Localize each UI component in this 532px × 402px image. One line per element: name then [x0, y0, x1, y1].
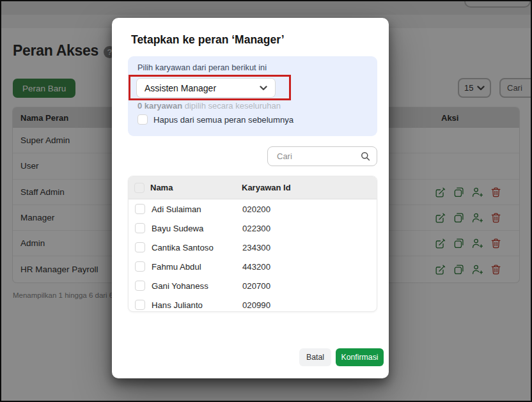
- select-all-checkbox[interactable]: [134, 183, 145, 193]
- employee-checkbox[interactable]: [135, 300, 145, 310]
- employee-row[interactable]: Adi Sulaiman020200: [129, 199, 377, 219]
- employee-id: 020200: [242, 205, 270, 214]
- employee-list: Nama Karyawan Id Adi Sulaiman020200Bayu …: [128, 176, 377, 312]
- employee-checkbox[interactable]: [135, 223, 145, 233]
- employee-name: Gani Yohaness: [152, 281, 208, 291]
- employee-list-header: Nama Karyawan Id: [129, 176, 377, 199]
- modal-title: Tetapkan ke peran ‘Manager’: [131, 33, 285, 47]
- employee-checkbox[interactable]: [135, 261, 145, 272]
- employee-row[interactable]: Fahmu Abdul443200: [129, 257, 377, 276]
- employee-name: Hans Julianto: [152, 300, 203, 310]
- col-karyawan-id: Karyawan Id: [242, 183, 291, 192]
- employee-id: 443200: [242, 262, 270, 272]
- source-role-select[interactable]: Assisten Manager: [136, 78, 276, 98]
- selected-count-bold: 0 karyawan: [137, 101, 182, 111]
- employee-name: Adi Sulaiman: [152, 205, 201, 214]
- employee-id: 234300: [242, 243, 270, 252]
- source-role-select-value: Assisten Manager: [145, 83, 216, 93]
- employee-name: Bayu Sudewa: [152, 224, 203, 233]
- col-nama: Nama: [150, 183, 173, 192]
- employee-row[interactable]: Gani Yohaness020700: [129, 276, 377, 295]
- chevron-down-icon: [260, 86, 267, 91]
- assign-role-modal: Tetapkan ke peran ‘Manager’ Pilih karyaw…: [112, 18, 389, 378]
- employee-id: 020700: [242, 281, 270, 291]
- remove-previous-roles-checkbox[interactable]: [137, 114, 148, 125]
- employee-id: 020990: [242, 300, 270, 310]
- employee-search-input[interactable]: Cari: [267, 146, 377, 166]
- employee-row[interactable]: Bayu Sudewa022300: [129, 219, 377, 238]
- employee-id: 022300: [242, 224, 270, 233]
- search-icon: [361, 151, 370, 161]
- screenshot-frame: Peran Akses ? Peran Baru 15 Cari Nama Pe…: [0, 0, 532, 402]
- cancel-button[interactable]: Batal: [299, 348, 331, 366]
- selected-count-rest: dipilih secara keseluruhan: [182, 101, 281, 111]
- employee-checkbox[interactable]: [135, 204, 145, 214]
- employee-checkbox[interactable]: [135, 281, 145, 291]
- employee-row[interactable]: Cantika Santoso234300: [129, 238, 377, 257]
- employee-name: Cantika Santoso: [152, 243, 214, 252]
- employee-row[interactable]: Hans Julianto020990: [129, 295, 377, 312]
- remove-previous-roles-label: Hapus dari semua peran sebelumnya: [153, 115, 293, 125]
- confirm-button[interactable]: Konfirmasi: [336, 348, 384, 366]
- employee-search-placeholder: Cari: [277, 151, 292, 161]
- selected-count-text: 0 karyawan dipilih secara keseluruhan: [137, 101, 281, 111]
- source-role-label: Pilih karyawan dari peran berikut ini: [137, 63, 267, 72]
- employee-name: Fahmu Abdul: [152, 262, 201, 272]
- employee-checkbox[interactable]: [135, 242, 145, 252]
